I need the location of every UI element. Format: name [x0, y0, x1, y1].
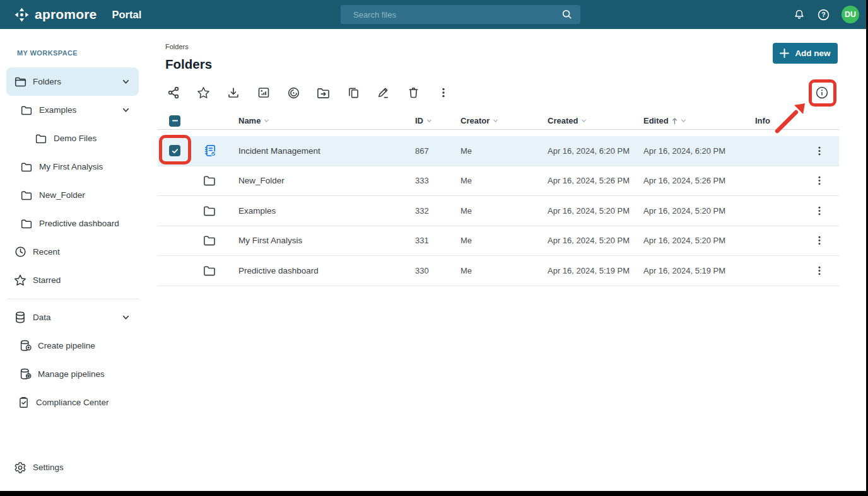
sidebar-nav-data: Data Create pipeline Manage pipelines — [0, 303, 151, 417]
sidebar-item-examples[interactable]: Examples — [6, 96, 139, 124]
table-row[interactable]: My First Analysis 331 Me Apr 16, 2024, 5… — [158, 226, 839, 257]
plus-icon — [780, 49, 789, 58]
column-header-id[interactable]: ID — [415, 116, 460, 125]
folder-icon — [20, 105, 33, 115]
toolbar — [165, 84, 452, 101]
dashboard-icon[interactable] — [255, 84, 272, 101]
sidebar-item-label: Settings — [33, 463, 64, 472]
avatar[interactable]: DU — [842, 6, 859, 23]
bottom-edge-bar — [0, 491, 868, 496]
column-header-creator[interactable]: Creator — [460, 116, 548, 125]
sidebar-item-predictive-dashboard[interactable]: Predictive dashboard — [6, 209, 139, 238]
sidebar-item-recent[interactable]: Recent — [6, 238, 139, 266]
sidebar-divider — [8, 299, 139, 299]
svg-text:?: ? — [821, 11, 825, 18]
row-creator: Me — [460, 146, 548, 156]
sort-chevron-icon — [426, 118, 432, 123]
chevron-down-icon[interactable] — [122, 313, 130, 323]
row-edited: Apr 16, 2024, 5:26 PM — [643, 176, 755, 185]
row-more-icon[interactable] — [812, 173, 826, 188]
table-row[interactable]: Incident Management 867 Me Apr 16, 2024,… — [158, 136, 839, 166]
table-rows: Incident Management 867 Me Apr 16, 2024,… — [158, 136, 839, 286]
row-id: 331 — [415, 236, 460, 245]
row-created: Apr 16, 2024, 5:19 PM — [548, 266, 643, 275]
sidebar-item-create-pipeline[interactable]: Create pipeline — [6, 332, 139, 360]
more-icon[interactable] — [435, 84, 452, 101]
sidebar-item-label: Manage pipelines — [38, 369, 105, 379]
log-icon — [193, 144, 238, 158]
search-input[interactable] — [341, 10, 561, 20]
database-plus-icon — [19, 340, 32, 352]
copy-icon[interactable] — [345, 84, 361, 101]
sidebar-item-label: Demo Files — [54, 134, 97, 143]
move-folder-icon[interactable] — [315, 84, 332, 101]
search-icon[interactable] — [561, 9, 573, 20]
row-name: Incident Management — [238, 146, 415, 156]
folder-icon — [20, 219, 33, 229]
column-header-info: Info — [755, 116, 799, 125]
row-id: 332 — [415, 206, 460, 216]
row-checkbox-cell — [158, 145, 193, 156]
brand-name: apromore — [35, 7, 97, 22]
sidebar-item-settings[interactable]: Settings — [6, 453, 126, 482]
column-header-name[interactable]: Name — [238, 116, 415, 125]
chevron-down-icon[interactable] — [122, 78, 130, 88]
row-more-icon[interactable] — [812, 233, 826, 248]
sidebar-item-my-first-analysis[interactable]: My First Analysis — [6, 153, 139, 181]
sidebar-item-starred[interactable]: Starred — [6, 266, 139, 294]
table-row[interactable]: Predictive dashboard 330 Me Apr 16, 2024… — [158, 256, 839, 286]
top-actions: ? DU — [793, 0, 859, 29]
sidebar-item-label: New_Folder — [39, 190, 85, 200]
search-bar[interactable] — [341, 5, 580, 24]
sidebar-item-new-folder[interactable]: New_Folder — [6, 181, 139, 209]
sidebar-item-label: Compliance Center — [36, 398, 109, 407]
select-all-checkbox[interactable] — [169, 115, 180, 127]
sidebar-item-folders[interactable]: Folders — [6, 67, 139, 96]
database-gear-icon — [19, 368, 32, 380]
row-created: Apr 16, 2024, 5:20 PM — [548, 206, 643, 216]
breadcrumb[interactable]: Folders — [165, 43, 189, 50]
row-name: Predictive dashboard — [238, 266, 415, 275]
folder-icon — [14, 76, 26, 87]
selected-row-checkbox[interactable] — [169, 145, 180, 156]
row-id: 333 — [415, 176, 460, 185]
table-row[interactable]: Examples 332 Me Apr 16, 2024, 5:20 PM Ap… — [158, 196, 839, 226]
sidebar-item-manage-pipelines[interactable]: Manage pipelines — [6, 360, 139, 388]
clipboard-check-icon — [17, 396, 30, 408]
sort-chevron-icon — [493, 118, 498, 123]
top-header: apromore Portal ? — [0, 0, 868, 29]
chevron-down-icon[interactable] — [122, 106, 130, 116]
table-row[interactable]: New_Folder 333 Me Apr 16, 2024, 5:26 PM … — [158, 166, 839, 197]
share-icon[interactable] — [165, 84, 182, 101]
sidebar-item-compliance-center[interactable]: Compliance Center — [6, 388, 139, 417]
row-more-icon[interactable] — [812, 263, 826, 279]
star-icon[interactable] — [196, 84, 212, 101]
sidebar: MY WORKSPACE Folders Examples — [0, 29, 151, 491]
sidebar-item-demo-files[interactable]: Demo Files — [6, 124, 139, 153]
rename-icon[interactable] — [375, 84, 392, 101]
sidebar-item-label: Create pipeline — [38, 341, 95, 350]
help-icon[interactable]: ? — [817, 8, 830, 21]
notifications-icon[interactable] — [793, 8, 806, 21]
add-new-label: Add new — [795, 49, 830, 58]
column-header-edited[interactable]: Edited — [643, 116, 755, 125]
download-icon[interactable] — [225, 84, 242, 101]
row-more-icon[interactable] — [812, 203, 826, 219]
add-new-button[interactable]: Add new — [773, 43, 838, 64]
row-edited: Apr 16, 2024, 5:20 PM — [643, 206, 755, 216]
sidebar-item-label: Folders — [33, 77, 61, 86]
delete-icon[interactable] — [405, 84, 421, 101]
column-header-created[interactable]: Created — [548, 116, 643, 125]
sidebar-item-data[interactable]: Data — [6, 303, 139, 332]
folder-icon — [20, 162, 33, 172]
row-edited: Apr 16, 2024, 5:20 PM — [643, 236, 755, 245]
screen: apromore Portal ? — [0, 0, 868, 496]
row-creator: Me — [460, 266, 548, 275]
folder-icon — [193, 235, 238, 246]
animate-icon[interactable] — [285, 84, 302, 101]
row-edited: Apr 16, 2024, 6:20 PM — [643, 146, 755, 156]
row-more-icon[interactable] — [812, 143, 826, 159]
sidebar-item-label: Recent — [33, 247, 60, 257]
info-button[interactable] — [811, 82, 833, 103]
row-name: My First Analysis — [238, 236, 415, 245]
